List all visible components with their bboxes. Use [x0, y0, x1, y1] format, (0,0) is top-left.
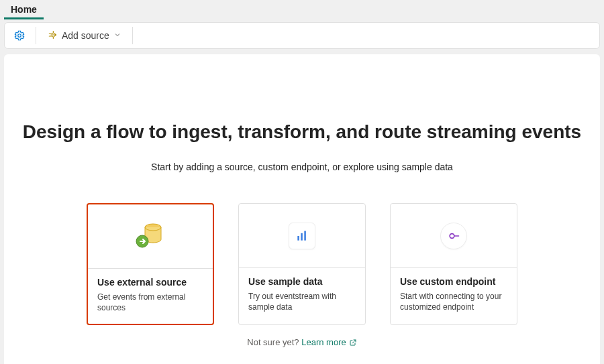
card-custom-endpoint[interactable]: Use custom endpoint Start with connectin… [390, 203, 517, 325]
page-title: Design a flow to ingest, transform, and … [4, 121, 600, 143]
card-desc: Try out eventstream with sample data [248, 291, 356, 312]
tab-home[interactable]: Home [4, 0, 44, 19]
add-source-button[interactable]: Add source [43, 27, 125, 45]
svg-point-0 [18, 34, 21, 38]
learn-more-label: Learn more [301, 337, 346, 347]
tab-bar: Home [0, 0, 604, 19]
option-cards: Use external source Get events from exte… [4, 203, 600, 325]
add-source-icon [47, 29, 58, 42]
card-title: Use external source [97, 277, 203, 288]
card-icon-zone [88, 204, 213, 269]
card-desc: Start with connecting to your customized… [400, 291, 507, 312]
gear-icon [13, 29, 26, 42]
svg-point-7 [450, 233, 454, 238]
card-sample-data[interactable]: Use sample data Try out eventstream with… [238, 203, 366, 325]
svg-rect-4 [297, 236, 299, 241]
custom-endpoint-icon [440, 223, 467, 249]
add-source-label: Add source [62, 30, 109, 41]
page-subtitle: Start by adding a source, custom endpoin… [4, 162, 600, 172]
sample-data-icon [289, 223, 315, 249]
card-external-source[interactable]: Use external source Get events from exte… [87, 203, 214, 325]
learn-more-link[interactable]: Learn more [301, 337, 356, 347]
card-body: Use sample data Try out eventstream with… [239, 268, 365, 323]
footer-text: Not sure yet? [247, 337, 299, 347]
toolbar-divider [36, 27, 36, 44]
card-body: Use custom endpoint Start with connectin… [391, 268, 517, 323]
main-canvas: Design a flow to ingest, transform, and … [4, 54, 600, 364]
card-desc: Get events from external sources [97, 292, 203, 313]
card-icon-zone [239, 204, 365, 268]
toolbar-divider-2 [132, 27, 133, 44]
settings-button[interactable] [10, 26, 29, 45]
card-body: Use external source Get events from exte… [88, 269, 213, 324]
footer: Not sure yet? Learn more [4, 337, 600, 347]
card-title: Use custom endpoint [400, 276, 507, 287]
external-link-icon [349, 339, 357, 347]
svg-rect-6 [304, 231, 306, 240]
chevron-down-icon [113, 30, 121, 41]
svg-rect-5 [301, 233, 303, 240]
toolbar: Add source [4, 22, 600, 49]
external-source-icon [133, 219, 168, 254]
card-icon-zone [391, 204, 517, 268]
card-title: Use sample data [248, 276, 356, 287]
